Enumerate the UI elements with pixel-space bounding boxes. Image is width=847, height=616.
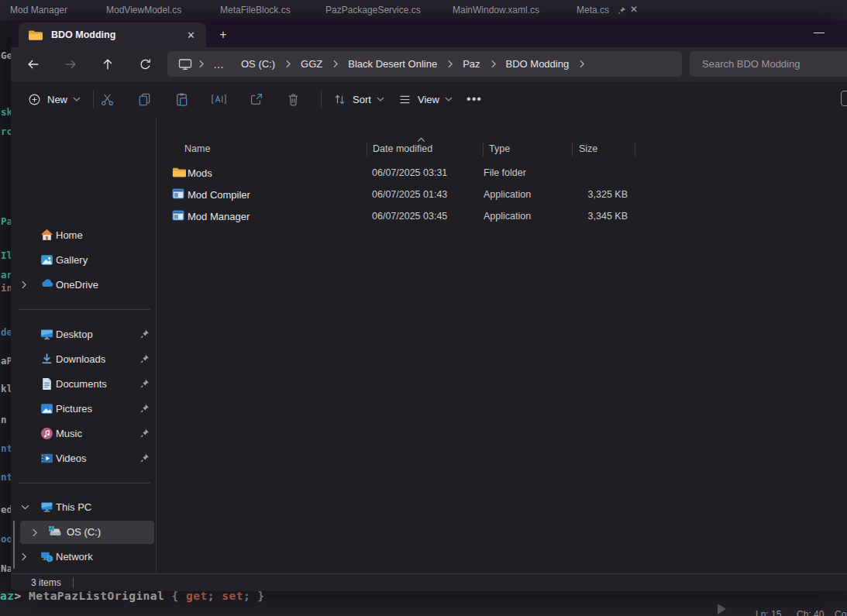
- editor-tab[interactable]: MainWindow.xaml.cs: [453, 5, 539, 15]
- close-tab-icon[interactable]: ✕: [187, 29, 195, 41]
- chevron-right-icon[interactable]: [21, 552, 30, 561]
- sidebar-item-music[interactable]: Music: [11, 421, 156, 446]
- file-row[interactable]: Mods 06/07/2025 03:31 File folder: [161, 163, 657, 184]
- code-fragment: n: [1, 414, 11, 425]
- network-icon: [40, 550, 53, 563]
- sidebar-item-os-c[interactable]: OS (C:): [11, 520, 156, 545]
- breadcrumb-item-current[interactable]: BDO Modding: [498, 58, 578, 70]
- file-date: 06/07/2025 03:45: [372, 211, 447, 222]
- copy-button[interactable]: [130, 85, 158, 113]
- ellipsis-icon: •••: [467, 92, 482, 106]
- column-header-date-modified[interactable]: Date modified: [373, 139, 432, 158]
- editor-tab[interactable]: PazPackageService.cs: [325, 5, 421, 15]
- chevron-right-icon[interactable]: [489, 60, 498, 68]
- sidebar-item-documents[interactable]: Documents: [11, 371, 156, 396]
- search-input[interactable]: [690, 51, 847, 77]
- sort-button[interactable]: Sort: [330, 86, 387, 112]
- chevron-right-icon[interactable]: [21, 280, 30, 289]
- close-tab-icon[interactable]: ✕: [630, 4, 638, 15]
- explorer-tab[interactable]: BDO Modding ✕: [19, 22, 206, 47]
- cut-button[interactable]: [93, 85, 121, 113]
- chevron-right-icon[interactable]: [577, 60, 586, 68]
- minimize-button[interactable]: —: [807, 22, 831, 43]
- code-token: >: [14, 590, 28, 602]
- chevron-right-icon[interactable]: [446, 60, 454, 68]
- paste-button[interactable]: [167, 85, 195, 113]
- pin-icon: [140, 404, 150, 413]
- new-tab-button[interactable]: +: [215, 26, 232, 43]
- editor-tab[interactable]: ModViewModel.cs: [106, 5, 181, 15]
- file-name: Mods: [188, 167, 212, 179]
- chevron-right-icon[interactable]: [32, 528, 41, 537]
- music-icon: [40, 427, 53, 440]
- videos-icon: [40, 452, 53, 465]
- view-button[interactable]: View: [395, 86, 456, 112]
- run-icon[interactable]: [718, 604, 726, 614]
- drive-icon: [48, 525, 62, 537]
- code-fragment: de: [1, 326, 11, 338]
- file-date: 06/07/2025 01:43: [372, 189, 447, 200]
- editor-tab[interactable]: MetaFileBlock.cs: [220, 5, 291, 15]
- breadcrumb-item[interactable]: Black Desert Online: [339, 58, 446, 70]
- pin-tab-icon[interactable]: [618, 6, 626, 15]
- explorer-titlebar[interactable]: BDO Modding ✕ + —: [11, 20, 847, 47]
- file-row[interactable]: Mod Manager 06/07/2025 03:45 Application…: [161, 206, 657, 228]
- editor-tab-active[interactable]: Meta.cs: [577, 5, 609, 15]
- status-char-number: Ch: 40: [797, 609, 824, 616]
- code-token: MetaPazListOriginal: [29, 590, 164, 602]
- sidebar-item-label: Desktop: [56, 329, 93, 340]
- sidebar-item-onedrive[interactable]: OneDrive: [11, 272, 156, 297]
- explorer-tab-title: BDO Modding: [51, 29, 115, 40]
- chevron-right-icon[interactable]: [331, 60, 339, 68]
- sidebar-item-network[interactable]: Network: [11, 544, 156, 569]
- gallery-icon: [40, 253, 53, 267]
- forward-button[interactable]: [58, 52, 83, 77]
- sidebar-item-desktop[interactable]: Desktop: [11, 322, 156, 346]
- onedrive-icon: [40, 278, 53, 291]
- sidebar-item-this-pc[interactable]: This PC: [11, 494, 156, 519]
- sidebar-item-pictures[interactable]: Pictures: [11, 396, 156, 421]
- share-button[interactable]: [242, 85, 270, 113]
- column-divider[interactable]: [572, 143, 573, 157]
- sidebar-item-label: Documents: [56, 378, 107, 390]
- column-header-name[interactable]: Name: [184, 139, 210, 158]
- this-pc-icon[interactable]: [174, 58, 197, 71]
- details-pane-icon[interactable]: [841, 91, 847, 106]
- more-options-button[interactable]: •••: [460, 85, 488, 113]
- new-button[interactable]: New: [25, 86, 84, 112]
- refresh-button[interactable]: [133, 52, 157, 77]
- desktop-icon: [40, 328, 53, 341]
- column-divider[interactable]: [635, 143, 635, 157]
- chevron-down-icon[interactable]: [21, 504, 30, 510]
- delete-button[interactable]: [279, 85, 307, 113]
- file-name: Mod Manager: [188, 211, 250, 222]
- application-icon: [172, 188, 186, 200]
- column-divider[interactable]: [367, 143, 367, 157]
- editor-tab[interactable]: Mod Manager: [10, 5, 67, 15]
- breadcrumb-item[interactable]: GGZ: [292, 58, 331, 70]
- column-header-type[interactable]: Type: [489, 139, 510, 158]
- column-divider[interactable]: [483, 143, 484, 157]
- folder-icon: [172, 167, 186, 179]
- breadcrumb-item[interactable]: OS (C:): [232, 58, 284, 70]
- file-row[interactable]: Mod Compiler 06/07/2025 01:43 Applicatio…: [161, 184, 657, 206]
- column-header-size[interactable]: Size: [579, 139, 597, 158]
- breadcrumb-item[interactable]: Paz: [454, 58, 488, 70]
- breadcrumb-ellipsis[interactable]: …: [205, 58, 232, 71]
- rename-button[interactable]: [205, 85, 232, 113]
- code-fragment: Pa: [1, 215, 11, 227]
- sidebar-item-home[interactable]: Home: [11, 222, 156, 247]
- view-button-label: View: [418, 94, 439, 105]
- chevron-right-icon[interactable]: [284, 60, 292, 68]
- sidebar-item-downloads[interactable]: Downloads: [11, 346, 156, 371]
- back-button[interactable]: [21, 52, 46, 77]
- breadcrumb: … OS (C:) GGZ Black Desert Online Paz BD…: [167, 51, 682, 77]
- up-button[interactable]: [95, 52, 120, 77]
- sidebar-item-gallery[interactable]: Gallery: [11, 247, 156, 272]
- pane-divider[interactable]: [156, 118, 157, 573]
- pin-icon: [140, 379, 150, 388]
- sidebar-item-videos[interactable]: Videos: [11, 446, 156, 470]
- statusbar-divider: [73, 577, 74, 588]
- sidebar-item-label: Network: [56, 551, 93, 563]
- code-fragment: ed: [1, 504, 11, 515]
